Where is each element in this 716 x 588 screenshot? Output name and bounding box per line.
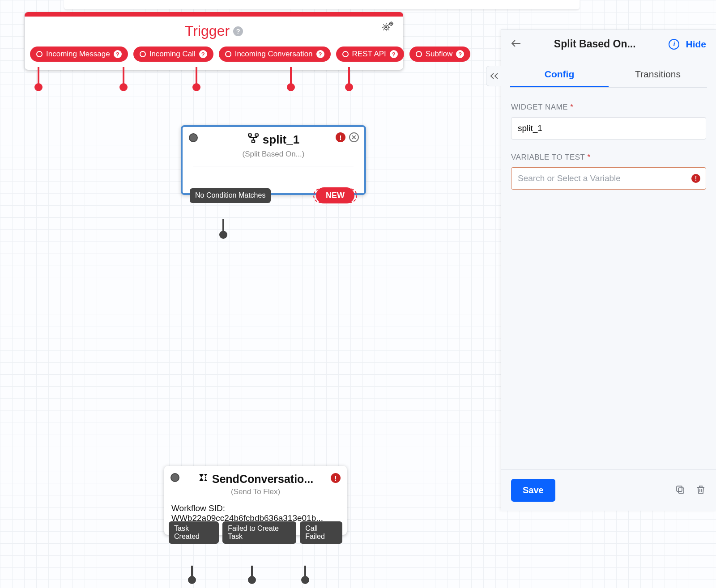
config-panel: Split Based On... i Hide Config Transiti…	[501, 30, 716, 511]
output-port[interactable]	[119, 83, 128, 91]
close-icon[interactable]: ✕	[349, 132, 359, 142]
pill-label: Incoming Message	[46, 50, 110, 59]
transition-task-created[interactable]: Task Created	[169, 521, 219, 544]
panel-title: Split Based On...	[527, 38, 662, 50]
help-icon[interactable]: ?	[390, 50, 398, 58]
connector-line	[196, 67, 197, 85]
trigger-title: Trigger	[185, 23, 230, 39]
output-port[interactable]	[188, 576, 196, 584]
split-subtitle: (Split Based On...)	[190, 150, 357, 159]
output-port[interactable]	[287, 83, 295, 91]
output-port[interactable]	[345, 83, 353, 91]
required-asterisk: *	[587, 153, 590, 161]
variable-to-test-label: VARIABLE TO TEST	[511, 153, 585, 161]
hide-panel-button[interactable]: Hide	[686, 39, 706, 50]
pill-label: Subflow	[426, 50, 452, 59]
info-icon[interactable]: i	[669, 39, 679, 50]
error-icon[interactable]: !	[336, 132, 345, 142]
split-icon	[247, 132, 259, 147]
output-port[interactable]	[192, 83, 200, 91]
divider	[193, 166, 354, 166]
flow-canvas[interactable]: Trigger ? Incoming Message? Incoming Cal…	[0, 0, 716, 588]
transition-call-failed[interactable]: Call Failed	[300, 521, 342, 544]
svg-point-1	[386, 27, 387, 28]
gear-icon[interactable]	[382, 21, 394, 34]
trigger-event-pill[interactable]: Incoming Message?	[30, 47, 128, 62]
help-icon[interactable]: ?	[456, 50, 464, 58]
workflow-sid-label: Workflow SID:	[171, 503, 340, 513]
pill-label: Incoming Conversation	[235, 50, 313, 59]
output-port[interactable]	[301, 576, 309, 584]
input-port[interactable]	[170, 473, 179, 482]
collapse-panel-button[interactable]	[486, 66, 501, 86]
trigger-event-pill[interactable]: Subflow?	[409, 47, 470, 62]
svg-rect-5	[255, 134, 258, 136]
help-icon[interactable]: ?	[233, 26, 243, 36]
svg-rect-8	[677, 486, 682, 491]
add-transition-button[interactable]: NEW	[316, 187, 354, 203]
trigger-event-pill[interactable]: Incoming Conversation?	[219, 47, 331, 62]
top-toolbar-ghost	[64, 0, 580, 9]
send-to-flex-subtitle: (Send To Flex)	[171, 487, 340, 496]
connector-line	[348, 67, 350, 85]
port-ring-icon	[225, 51, 231, 57]
split-widget[interactable]: split_1 (Split Based On...) ! ✕ No Condi…	[181, 125, 366, 195]
svg-rect-4	[248, 134, 251, 136]
error-icon[interactable]: !	[331, 473, 341, 483]
flex-icon	[198, 472, 209, 486]
send-to-flex-title: SendConversatio...	[212, 473, 313, 486]
transition-no-match[interactable]: No Condition Matches	[190, 188, 271, 203]
output-port[interactable]	[219, 231, 227, 239]
trigger-event-pill[interactable]: Incoming Call?	[133, 47, 213, 62]
transition-failed-create[interactable]: Failed to Create Task	[222, 521, 296, 544]
pill-label: Incoming Call	[149, 50, 196, 59]
split-title: split_1	[263, 133, 299, 147]
port-ring-icon	[140, 51, 146, 57]
back-arrow-icon[interactable]	[511, 38, 521, 50]
pill-label: REST API	[352, 50, 386, 59]
output-port[interactable]	[248, 576, 256, 584]
help-icon[interactable]: ?	[199, 50, 207, 58]
connector-line	[123, 67, 124, 85]
help-icon[interactable]: ?	[114, 50, 122, 58]
port-ring-icon	[342, 51, 349, 57]
trigger-widget[interactable]: Trigger ? Incoming Message? Incoming Cal…	[25, 12, 403, 70]
save-button[interactable]: Save	[511, 479, 555, 502]
connector-line	[38, 67, 39, 85]
port-ring-icon	[416, 51, 422, 57]
variable-to-test-input[interactable]	[518, 173, 685, 183]
svg-rect-7	[678, 488, 684, 493]
trash-icon[interactable]	[695, 484, 706, 497]
tab-transitions[interactable]: Transitions	[609, 63, 707, 87]
svg-rect-6	[252, 140, 255, 142]
required-asterisk: *	[570, 103, 573, 111]
error-icon: !	[691, 174, 700, 183]
help-icon[interactable]: ?	[316, 50, 324, 58]
svg-point-3	[391, 23, 392, 24]
copy-icon[interactable]	[675, 484, 686, 497]
send-to-flex-widget[interactable]: SendConversatio... (Send To Flex) ! Work…	[164, 466, 347, 535]
port-ring-icon	[36, 51, 43, 57]
connector-line	[290, 67, 292, 85]
widget-name-input[interactable]	[518, 123, 685, 133]
add-transition-wrapper[interactable]: NEW	[313, 188, 357, 203]
trigger-event-pill[interactable]: REST API?	[336, 47, 404, 62]
widget-name-label: WIDGET NAME	[511, 103, 568, 111]
tab-config[interactable]: Config	[510, 63, 609, 87]
output-port[interactable]	[34, 83, 43, 91]
input-port[interactable]	[189, 133, 198, 142]
